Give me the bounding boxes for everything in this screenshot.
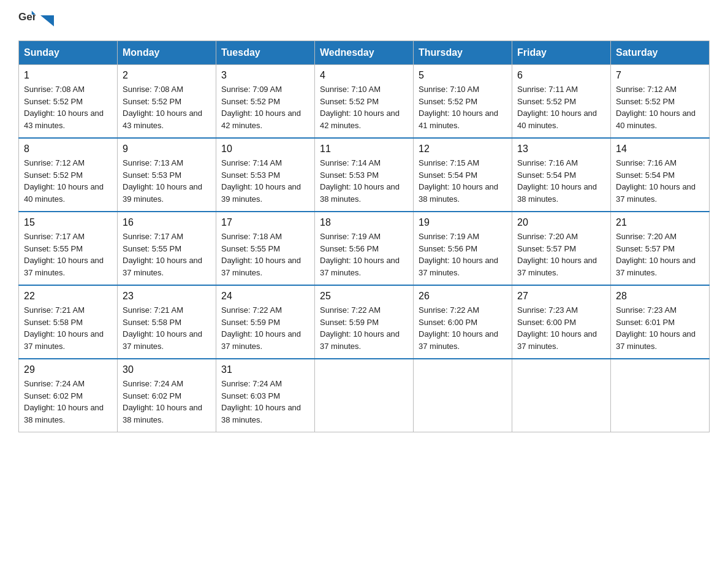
day-info: Sunrise: 7:16 AM Sunset: 5:54 PM Dayligh… — [616, 157, 704, 205]
page-header: General — [18, 12, 710, 29]
day-number: 3 — [221, 70, 309, 81]
day-number: 11 — [320, 144, 408, 155]
day-number: 24 — [221, 291, 309, 302]
calendar-week-row: 15 Sunrise: 7:17 AM Sunset: 5:55 PM Dayl… — [19, 212, 710, 285]
calendar-week-row: 1 Sunrise: 7:08 AM Sunset: 5:52 PM Dayli… — [19, 65, 710, 139]
day-info: Sunrise: 7:14 AM Sunset: 5:53 PM Dayligh… — [221, 157, 309, 205]
day-info: Sunrise: 7:17 AM Sunset: 5:55 PM Dayligh… — [24, 231, 112, 278]
calendar-cell: 9 Sunrise: 7:13 AM Sunset: 5:53 PM Dayli… — [118, 138, 216, 212]
day-info: Sunrise: 7:19 AM Sunset: 5:56 PM Dayligh… — [320, 231, 408, 278]
weekday-header-sunday: Sunday — [19, 41, 118, 65]
day-number: 4 — [320, 70, 408, 81]
day-info: Sunrise: 7:23 AM Sunset: 6:00 PM Dayligh… — [517, 304, 605, 352]
day-number: 18 — [320, 217, 408, 228]
day-number: 6 — [517, 70, 605, 81]
calendar-cell: 7 Sunrise: 7:12 AM Sunset: 5:52 PM Dayli… — [611, 65, 710, 139]
day-info: Sunrise: 7:24 AM Sunset: 6:02 PM Dayligh… — [24, 378, 112, 426]
weekday-header-saturday: Saturday — [611, 41, 710, 65]
day-info: Sunrise: 7:22 AM Sunset: 5:59 PM Dayligh… — [221, 304, 309, 352]
weekday-header-tuesday: Tuesday — [216, 41, 315, 65]
calendar-cell: 2 Sunrise: 7:08 AM Sunset: 5:52 PM Dayli… — [118, 65, 216, 139]
calendar-cell — [512, 359, 611, 432]
calendar-cell: 22 Sunrise: 7:21 AM Sunset: 5:58 PM Dayl… — [19, 285, 118, 359]
day-info: Sunrise: 7:16 AM Sunset: 5:54 PM Dayligh… — [517, 157, 605, 205]
day-number: 19 — [419, 217, 507, 228]
day-info: Sunrise: 7:10 AM Sunset: 5:52 PM Dayligh… — [320, 83, 408, 131]
svg-marker-2 — [40, 15, 54, 26]
day-number: 10 — [221, 144, 309, 155]
day-number: 12 — [419, 144, 507, 155]
calendar-cell: 21 Sunrise: 7:20 AM Sunset: 5:57 PM Dayl… — [611, 212, 710, 285]
calendar-cell: 15 Sunrise: 7:17 AM Sunset: 5:55 PM Dayl… — [19, 212, 118, 285]
calendar-cell: 26 Sunrise: 7:22 AM Sunset: 6:00 PM Dayl… — [414, 285, 512, 359]
weekday-header-wednesday: Wednesday — [315, 41, 414, 65]
day-info: Sunrise: 7:23 AM Sunset: 6:01 PM Dayligh… — [616, 304, 704, 352]
calendar-cell: 5 Sunrise: 7:10 AM Sunset: 5:52 PM Dayli… — [414, 65, 512, 139]
day-number: 15 — [24, 217, 112, 228]
day-info: Sunrise: 7:08 AM Sunset: 5:52 PM Dayligh… — [123, 83, 211, 131]
calendar-cell — [315, 359, 414, 432]
weekday-header-monday: Monday — [118, 41, 216, 65]
calendar-cell: 29 Sunrise: 7:24 AM Sunset: 6:02 PM Dayl… — [19, 359, 118, 432]
calendar-cell: 24 Sunrise: 7:22 AM Sunset: 5:59 PM Dayl… — [216, 285, 315, 359]
day-info: Sunrise: 7:15 AM Sunset: 5:54 PM Dayligh… — [419, 157, 507, 205]
day-info: Sunrise: 7:22 AM Sunset: 6:00 PM Dayligh… — [419, 304, 507, 352]
calendar-cell: 17 Sunrise: 7:18 AM Sunset: 5:55 PM Dayl… — [216, 212, 315, 285]
weekday-header-thursday: Thursday — [414, 41, 512, 65]
day-info: Sunrise: 7:21 AM Sunset: 5:58 PM Dayligh… — [123, 304, 211, 352]
day-number: 5 — [419, 70, 507, 81]
calendar-cell — [414, 359, 512, 432]
calendar-cell: 11 Sunrise: 7:14 AM Sunset: 5:53 PM Dayl… — [315, 138, 414, 212]
day-info: Sunrise: 7:18 AM Sunset: 5:55 PM Dayligh… — [221, 231, 309, 278]
day-info: Sunrise: 7:24 AM Sunset: 6:03 PM Dayligh… — [221, 378, 309, 426]
weekday-header-friday: Friday — [512, 41, 611, 65]
calendar-cell: 20 Sunrise: 7:20 AM Sunset: 5:57 PM Dayl… — [512, 212, 611, 285]
day-number: 31 — [221, 364, 309, 375]
calendar-cell: 25 Sunrise: 7:22 AM Sunset: 5:59 PM Dayl… — [315, 285, 414, 359]
day-number: 9 — [123, 144, 211, 155]
calendar-cell: 13 Sunrise: 7:16 AM Sunset: 5:54 PM Dayl… — [512, 138, 611, 212]
day-info: Sunrise: 7:21 AM Sunset: 5:58 PM Dayligh… — [24, 304, 112, 352]
calendar-cell: 6 Sunrise: 7:11 AM Sunset: 5:52 PM Dayli… — [512, 65, 611, 139]
logo-triangle-icon — [40, 15, 54, 26]
day-info: Sunrise: 7:12 AM Sunset: 5:52 PM Dayligh… — [24, 157, 112, 205]
calendar-cell: 23 Sunrise: 7:21 AM Sunset: 5:58 PM Dayl… — [118, 285, 216, 359]
calendar-cell: 18 Sunrise: 7:19 AM Sunset: 5:56 PM Dayl… — [315, 212, 414, 285]
day-number: 30 — [123, 364, 211, 375]
day-number: 29 — [24, 364, 112, 375]
day-info: Sunrise: 7:24 AM Sunset: 6:02 PM Dayligh… — [123, 378, 211, 426]
calendar-cell: 8 Sunrise: 7:12 AM Sunset: 5:52 PM Dayli… — [19, 138, 118, 212]
calendar-week-row: 8 Sunrise: 7:12 AM Sunset: 5:52 PM Dayli… — [19, 138, 710, 212]
calendar-cell: 14 Sunrise: 7:16 AM Sunset: 5:54 PM Dayl… — [611, 138, 710, 212]
day-number: 13 — [517, 144, 605, 155]
day-number: 27 — [517, 291, 605, 302]
weekday-header-row: SundayMondayTuesdayWednesdayThursdayFrid… — [19, 41, 710, 65]
day-number: 28 — [616, 291, 704, 302]
calendar-cell: 31 Sunrise: 7:24 AM Sunset: 6:03 PM Dayl… — [216, 359, 315, 432]
day-number: 7 — [616, 70, 704, 81]
logo-icon: General — [18, 10, 36, 27]
calendar-cell: 28 Sunrise: 7:23 AM Sunset: 6:01 PM Dayl… — [611, 285, 710, 359]
day-info: Sunrise: 7:22 AM Sunset: 5:59 PM Dayligh… — [320, 304, 408, 352]
day-info: Sunrise: 7:13 AM Sunset: 5:53 PM Dayligh… — [123, 157, 211, 205]
day-info: Sunrise: 7:10 AM Sunset: 5:52 PM Dayligh… — [419, 83, 507, 131]
calendar-cell: 12 Sunrise: 7:15 AM Sunset: 5:54 PM Dayl… — [414, 138, 512, 212]
day-number: 2 — [123, 70, 211, 81]
day-number: 14 — [616, 144, 704, 155]
calendar-cell — [611, 359, 710, 432]
day-info: Sunrise: 7:12 AM Sunset: 5:52 PM Dayligh… — [616, 83, 704, 131]
day-number: 25 — [320, 291, 408, 302]
calendar-cell: 30 Sunrise: 7:24 AM Sunset: 6:02 PM Dayl… — [118, 359, 216, 432]
day-number: 17 — [221, 217, 309, 228]
day-info: Sunrise: 7:19 AM Sunset: 5:56 PM Dayligh… — [419, 231, 507, 278]
day-info: Sunrise: 7:20 AM Sunset: 5:57 PM Dayligh… — [517, 231, 605, 278]
logo[interactable]: General — [18, 12, 54, 29]
day-number: 26 — [419, 291, 507, 302]
day-info: Sunrise: 7:08 AM Sunset: 5:52 PM Dayligh… — [24, 83, 112, 131]
calendar-cell: 27 Sunrise: 7:23 AM Sunset: 6:00 PM Dayl… — [512, 285, 611, 359]
day-number: 8 — [24, 144, 112, 155]
calendar-cell: 4 Sunrise: 7:10 AM Sunset: 5:52 PM Dayli… — [315, 65, 414, 139]
day-info: Sunrise: 7:17 AM Sunset: 5:55 PM Dayligh… — [123, 231, 211, 278]
day-number: 23 — [123, 291, 211, 302]
day-number: 21 — [616, 217, 704, 228]
